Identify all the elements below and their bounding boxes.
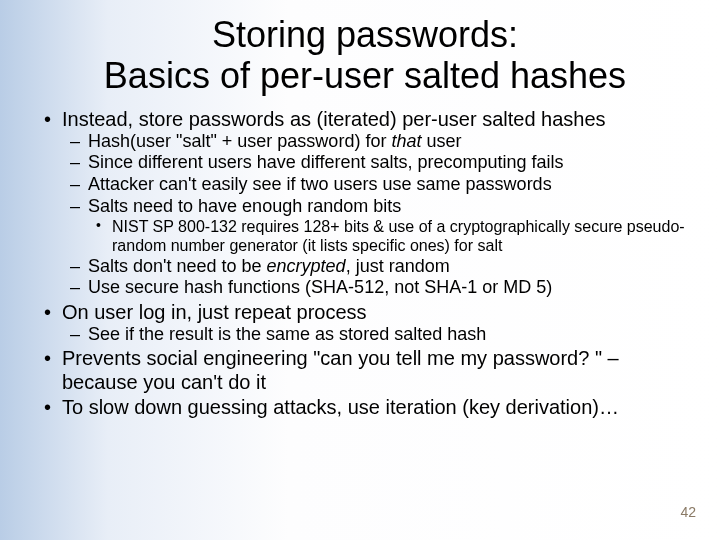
bullet-1-5-a: Salts don't need to be — [88, 256, 267, 276]
bullet-4: To slow down guessing attacks, use itera… — [40, 395, 690, 419]
bullet-2-text: On user log in, just repeat process — [62, 301, 367, 323]
title-line-2: Basics of per-user salted hashes — [104, 55, 626, 96]
bullet-1-1-a: Hash(user "salt" + user password) for — [88, 131, 391, 151]
bullet-1: Instead, store passwords as (iterated) p… — [40, 107, 690, 299]
bullet-1-2: Since different users have different sal… — [62, 152, 690, 174]
slide: Storing passwords: Basics of per-user sa… — [0, 0, 720, 540]
bullet-1-4: Salts need to have enough random bits NI… — [62, 196, 690, 256]
slide-title: Storing passwords: Basics of per-user sa… — [40, 14, 690, 97]
slide-body: Instead, store passwords as (iterated) p… — [40, 107, 690, 420]
bullet-1-5: Salts don't need to be encrypted, just r… — [62, 256, 690, 278]
bullet-1-text: Instead, store passwords as (iterated) p… — [62, 108, 606, 130]
bullet-1-1-c: user — [421, 131, 461, 151]
bullet-1-1: Hash(user "salt" + user password) for th… — [62, 131, 690, 153]
bullet-1-4-1: NIST SP 800-132 requires 128+ bits & use… — [88, 217, 690, 255]
bullet-1-1-b: that — [391, 131, 421, 151]
bullet-1-5-c: , just random — [346, 256, 450, 276]
bullet-1-5-b: encrypted — [267, 256, 346, 276]
bullet-3: Prevents social engineering "can you tel… — [40, 346, 690, 394]
bullet-1-3: Attacker can't easily see if two users u… — [62, 174, 690, 196]
bullet-1-4-text: Salts need to have enough random bits — [88, 196, 401, 216]
bullet-1-6: Use secure hash functions (SHA-512, not … — [62, 277, 690, 299]
bullet-2: On user log in, just repeat process See … — [40, 300, 690, 346]
title-line-1: Storing passwords: — [212, 14, 518, 55]
bullet-2-1: See if the result is the same as stored … — [62, 324, 690, 346]
page-number: 42 — [680, 504, 696, 520]
